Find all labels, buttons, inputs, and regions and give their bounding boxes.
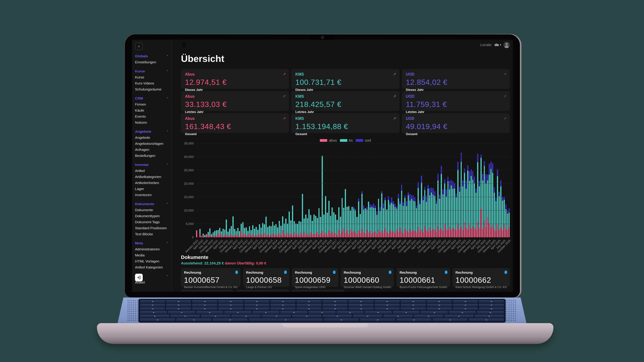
legend-item-abus[interactable]: abus bbox=[320, 138, 337, 143]
bar-segment-abus bbox=[300, 233, 301, 237]
nav-group-inventar[interactable]: Inventar⌃ bbox=[135, 163, 168, 167]
user-avatar[interactable] bbox=[504, 42, 510, 48]
sidebar-item-standard-positionen[interactable]: Standard Positionen bbox=[135, 225, 168, 231]
sidebar-item-artikelkategorien[interactable]: Artikelkategorien bbox=[135, 174, 168, 180]
bar-segment-abus bbox=[242, 235, 244, 237]
bar-segment-ks bbox=[358, 201, 359, 230]
invoice-card[interactable]: Rechnung10000657Meister Kunststofftechni… bbox=[181, 268, 241, 287]
nav-group-kurse[interactable]: Kurse⌃ bbox=[135, 69, 168, 73]
sidebar-item-html-vorlagen[interactable]: HTML Vorlagen bbox=[135, 258, 168, 264]
gridline bbox=[196, 197, 510, 197]
invoice-card[interactable]: Rechnung bbox=[181, 290, 234, 292]
sidebar-item-angebotsvorlagen[interactable]: Angebotsvorlagen bbox=[135, 141, 168, 147]
legend-item-ks[interactable]: ks bbox=[340, 138, 353, 143]
invoice-type-label: Rechnung bbox=[456, 271, 507, 275]
bar-month bbox=[260, 143, 262, 237]
kpi-card[interactable]: UOD12.854,02 €Dieses Jahr↗ bbox=[402, 69, 510, 89]
bar-segment-ks bbox=[322, 156, 323, 231]
kpi-card[interactable]: KMS218.425,57 €Letztes Jahr↗ bbox=[291, 91, 399, 111]
invoice-card[interactable]: Rechnung10000659Spree Anlagenbau OHG bbox=[292, 268, 338, 287]
bar-month bbox=[294, 143, 295, 237]
bar-segment-abus bbox=[314, 234, 314, 237]
bar-segment-abus bbox=[266, 236, 267, 237]
bar-month bbox=[257, 143, 258, 237]
kpi-card[interactable]: Abus161.348,43 €Gesamt↗ bbox=[181, 113, 289, 133]
bar-segment-ks bbox=[317, 218, 318, 232]
bar-month bbox=[436, 143, 437, 237]
sidebar-item-text-blöcke[interactable]: Text Blöcke bbox=[135, 231, 168, 237]
sidebar-item-dokumenttypen[interactable]: Dokumenttypen bbox=[135, 213, 168, 219]
kpi-card[interactable]: KMS100.731,71 €Dieses Jahr↗ bbox=[291, 69, 399, 89]
kpi-card[interactable]: UOD49.019,94 €Gesamt↗ bbox=[402, 113, 510, 133]
locale-selector[interactable]: de ▾ bbox=[494, 43, 501, 47]
bar-segment-uod bbox=[467, 165, 468, 171]
bar-month bbox=[390, 143, 391, 237]
kpi-card[interactable]: KMS1.153.194,88 €Gesamt↗ bbox=[291, 113, 399, 133]
sidebar-item-lager[interactable]: Lager bbox=[135, 186, 168, 192]
kpi-card[interactable]: UOD11.759,31 €Letztes Jahr↗ bbox=[402, 91, 510, 111]
sidebar-item-events[interactable]: Events bbox=[135, 113, 168, 119]
bar-month bbox=[504, 143, 505, 237]
bar-segment-ks bbox=[498, 196, 500, 230]
sidebar-item-einstellungen[interactable]: Einstellungen bbox=[135, 59, 168, 65]
nav-group-meta[interactable]: Meta⌃ bbox=[135, 241, 168, 245]
bar-segment-uod bbox=[492, 163, 493, 173]
sidebar-item-angebote[interactable]: Angebote bbox=[135, 135, 168, 141]
keyboard-key bbox=[322, 308, 348, 310]
sidebar-item-media[interactable]: Media bbox=[135, 252, 168, 258]
sidebar-item-artikel-kategorien[interactable]: Artikel Kategorien bbox=[135, 264, 168, 270]
bar-segment-abus bbox=[492, 225, 493, 237]
kpi-card[interactable]: Abus12.974,51 €Dieses Jahr↗ bbox=[181, 69, 289, 89]
bar-segment-abus bbox=[342, 231, 343, 237]
bar-segment-uod bbox=[470, 169, 472, 176]
legend-item-uod[interactable]: uod bbox=[356, 138, 371, 143]
bar-segment-abus bbox=[335, 233, 336, 237]
sidebar-item-anfragen[interactable]: Anfragen bbox=[135, 147, 168, 153]
sidebar-item-artikel[interactable]: Artikel bbox=[135, 168, 168, 174]
sidebar-item-bestellungen[interactable]: Bestellungen bbox=[135, 153, 168, 159]
sidebar-item-kurs-videos[interactable]: Kurs-Videos bbox=[135, 80, 168, 86]
bar-month bbox=[366, 143, 368, 237]
keyboard-key bbox=[192, 308, 217, 310]
bar-segment-abus bbox=[312, 234, 313, 237]
invoice-card[interactable]: Rechnung bbox=[291, 290, 344, 292]
invoice-card[interactable]: Rechnung10000662Klein-Schulz Reinigung G… bbox=[452, 268, 510, 287]
invoice-card[interactable]: Rechnung bbox=[236, 290, 289, 292]
bar-segment-abus bbox=[244, 234, 245, 237]
sidebar-item-firmen[interactable]: Firmen bbox=[135, 101, 168, 107]
bar-segment-uod bbox=[363, 206, 364, 209]
sidebar-item-inventuren[interactable]: Inventuren bbox=[135, 192, 168, 198]
sidebar-item-administratoren[interactable]: Administratoren bbox=[135, 246, 168, 252]
kpi-card[interactable]: Abus33.133,03 €Letztes Jahr↗ bbox=[181, 91, 289, 111]
logout-button[interactable] bbox=[135, 274, 143, 281]
bar-segment-abus bbox=[208, 236, 209, 237]
nav-group-globals[interactable]: Globals⌃ bbox=[135, 54, 168, 58]
nav-group-crm[interactable]: CRM⌃ bbox=[135, 96, 168, 100]
sidebar-item-dokument-tags[interactable]: Dokument-Tags bbox=[135, 219, 168, 225]
sidebar-item-käufe[interactable]: Käufe bbox=[135, 107, 168, 113]
bar-segment-abus bbox=[472, 226, 474, 237]
bar-segment-ks bbox=[298, 221, 300, 236]
nav-group-dokumente[interactable]: Dokumente⌃ bbox=[135, 202, 168, 206]
bar-segment-abus bbox=[274, 235, 275, 237]
sidebar-item-schulungsräume[interactable]: Schulungsräume bbox=[135, 86, 168, 92]
sidebar-collapse-button[interactable]: ‹ bbox=[135, 42, 143, 50]
sidebar-item-notizen[interactable]: Notizen bbox=[135, 119, 168, 125]
bar-month bbox=[353, 143, 354, 237]
invoice-card[interactable]: Rechnung10000661Busch-Fuchs Fahrzeugtech… bbox=[396, 268, 450, 287]
invoice-card[interactable]: Rechnung10000658Lange & Partner UG bbox=[243, 268, 290, 287]
legend-label: ks bbox=[349, 138, 353, 143]
nav-group-angebote[interactable]: Angebote⌃ bbox=[135, 130, 168, 134]
bar-segment-uod bbox=[401, 185, 402, 191]
sidebar-item-dokumente[interactable]: Dokumente bbox=[135, 207, 168, 213]
sidebar-item-kurse[interactable]: Kurse bbox=[135, 74, 168, 80]
bar-month bbox=[454, 143, 455, 237]
bar-month bbox=[375, 143, 376, 237]
bar-segment-ks bbox=[325, 196, 326, 233]
laptop-front-edge bbox=[97, 323, 554, 344]
sidebar-item-artikeleinheiten[interactable]: Artikeleinheiten bbox=[135, 180, 168, 186]
bar-segment-ks bbox=[448, 181, 448, 231]
bar-month bbox=[500, 143, 502, 237]
keyboard-key bbox=[292, 315, 322, 318]
invoice-card[interactable]: Rechnung10000660Sommer Weiß Handel Holdi… bbox=[340, 268, 394, 287]
